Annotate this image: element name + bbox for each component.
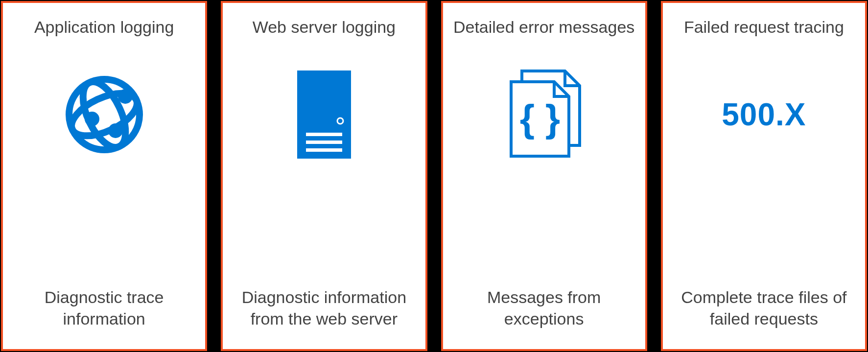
svg-rect-10 <box>306 148 342 152</box>
card-application-logging: Application logging Diagnostic trace inf… <box>1 1 207 351</box>
card-title: Web server logging <box>253 17 396 61</box>
card-description: Complete trace files of failed requests <box>673 247 855 329</box>
svg-rect-8 <box>306 133 342 136</box>
card-title: Application logging <box>34 17 174 61</box>
card-description: Diagnostic information from the web serv… <box>233 247 415 329</box>
cards-row: Application logging Diagnostic trace inf… <box>1 1 867 351</box>
card-title: Detailed error messages <box>453 17 634 61</box>
server-icon <box>292 66 356 164</box>
card-description: Messages from exceptions <box>453 247 635 329</box>
http-code-icon: 500.X <box>722 66 806 164</box>
card-description: Diagnostic trace information <box>13 247 195 329</box>
svg-rect-6 <box>297 70 351 159</box>
card-web-server-logging: Web server logging Diagnostic informatio… <box>221 1 427 351</box>
card-title: Failed request tracing <box>684 17 844 61</box>
http-status-code: 500.X <box>722 96 806 133</box>
svg-text:{ }: { } <box>520 97 560 140</box>
svg-point-5 <box>108 123 123 138</box>
svg-point-4 <box>85 112 99 126</box>
card-failed-request-tracing: Failed request tracing 500.X Complete tr… <box>661 1 867 351</box>
globe-network-icon <box>63 66 146 164</box>
svg-point-3 <box>118 89 133 104</box>
card-detailed-error-messages: Detailed error messages { } Messages fro… <box>441 1 647 351</box>
braces-document-icon: { } <box>502 66 586 164</box>
svg-rect-9 <box>306 141 342 144</box>
